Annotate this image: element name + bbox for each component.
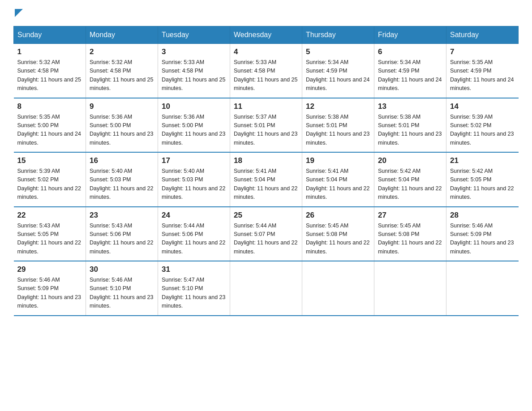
day-number: 5 [306,47,370,56]
day-number: 9 [90,102,154,111]
day-number: 2 [90,47,154,56]
calendar-cell [230,261,302,316]
day-info: Sunrise: 5:46 AMSunset: 5:09 PMDaylight:… [17,277,81,309]
weekday-header-friday: Friday [374,26,446,44]
day-info: Sunrise: 5:46 AMSunset: 5:10 PMDaylight:… [90,277,153,309]
calendar-cell: 7 Sunrise: 5:35 AMSunset: 4:59 PMDayligh… [446,44,519,98]
day-number: 26 [306,211,370,220]
week-row-4: 22 Sunrise: 5:43 AMSunset: 5:05 PMDaylig… [14,207,519,261]
weekday-header-sunday: Sunday [14,26,86,44]
day-info: Sunrise: 5:43 AMSunset: 5:05 PMDaylight:… [17,223,81,255]
day-info: Sunrise: 5:35 AMSunset: 4:59 PMDaylight:… [450,59,514,91]
day-info: Sunrise: 5:32 AMSunset: 4:58 PMDaylight:… [90,59,153,91]
day-info: Sunrise: 5:44 AMSunset: 5:06 PMDaylight:… [162,223,225,255]
calendar-cell: 2 Sunrise: 5:32 AMSunset: 4:58 PMDayligh… [86,44,158,98]
day-number: 31 [162,265,226,274]
calendar-cell: 29 Sunrise: 5:46 AMSunset: 5:09 PMDaylig… [14,261,86,316]
day-info: Sunrise: 5:34 AMSunset: 4:59 PMDaylight:… [378,59,442,91]
day-number: 4 [234,47,298,56]
day-info: Sunrise: 5:40 AMSunset: 5:03 PMDaylight:… [90,168,153,200]
calendar-cell: 31 Sunrise: 5:47 AMSunset: 5:10 PMDaylig… [158,261,230,316]
day-number: 14 [450,102,515,111]
calendar-cell: 10 Sunrise: 5:36 AMSunset: 5:00 PMDaylig… [158,98,230,153]
day-number: 28 [450,211,515,220]
calendar-cell: 12 Sunrise: 5:38 AMSunset: 5:01 PMDaylig… [302,98,374,153]
calendar-cell: 17 Sunrise: 5:40 AMSunset: 5:03 PMDaylig… [158,152,230,207]
day-number: 17 [162,156,226,165]
day-info: Sunrise: 5:34 AMSunset: 4:59 PMDaylight:… [306,59,369,91]
weekday-header-thursday: Thursday [302,26,374,44]
day-number: 6 [378,47,442,56]
day-info: Sunrise: 5:42 AMSunset: 5:05 PMDaylight:… [450,168,514,200]
day-info: Sunrise: 5:33 AMSunset: 4:58 PMDaylight:… [234,59,297,91]
day-info: Sunrise: 5:41 AMSunset: 5:04 PMDaylight:… [306,168,369,200]
day-number: 16 [90,156,154,165]
day-number: 8 [17,102,82,111]
day-info: Sunrise: 5:45 AMSunset: 5:08 PMDaylight:… [306,223,369,255]
calendar-cell: 27 Sunrise: 5:45 AMSunset: 5:08 PMDaylig… [374,207,446,261]
week-row-2: 8 Sunrise: 5:35 AMSunset: 5:00 PMDayligh… [14,98,519,153]
calendar-cell: 16 Sunrise: 5:40 AMSunset: 5:03 PMDaylig… [86,152,158,207]
day-info: Sunrise: 5:38 AMSunset: 5:01 PMDaylight:… [306,114,369,146]
day-info: Sunrise: 5:40 AMSunset: 5:03 PMDaylight:… [162,168,225,200]
day-number: 30 [90,265,154,274]
header [13,9,519,17]
calendar-cell: 5 Sunrise: 5:34 AMSunset: 4:59 PMDayligh… [302,44,374,98]
calendar-cell: 20 Sunrise: 5:42 AMSunset: 5:04 PMDaylig… [374,152,446,207]
day-info: Sunrise: 5:38 AMSunset: 5:01 PMDaylight:… [378,114,442,146]
calendar-cell: 30 Sunrise: 5:46 AMSunset: 5:10 PMDaylig… [86,261,158,316]
calendar-cell: 21 Sunrise: 5:42 AMSunset: 5:05 PMDaylig… [446,152,519,207]
day-info: Sunrise: 5:43 AMSunset: 5:06 PMDaylight:… [90,223,153,255]
calendar-cell: 6 Sunrise: 5:34 AMSunset: 4:59 PMDayligh… [374,44,446,98]
week-row-5: 29 Sunrise: 5:46 AMSunset: 5:09 PMDaylig… [14,261,519,316]
day-info: Sunrise: 5:39 AMSunset: 5:02 PMDaylight:… [450,114,514,146]
calendar-cell: 22 Sunrise: 5:43 AMSunset: 5:05 PMDaylig… [14,207,86,261]
weekday-header-monday: Monday [86,26,158,44]
calendar-cell: 14 Sunrise: 5:39 AMSunset: 5:02 PMDaylig… [446,98,519,153]
calendar-cell: 15 Sunrise: 5:39 AMSunset: 5:02 PMDaylig… [14,152,86,207]
day-info: Sunrise: 5:45 AMSunset: 5:08 PMDaylight:… [378,223,442,255]
day-number: 11 [234,102,298,111]
calendar-cell: 9 Sunrise: 5:36 AMSunset: 5:00 PMDayligh… [86,98,158,153]
calendar-cell: 26 Sunrise: 5:45 AMSunset: 5:08 PMDaylig… [302,207,374,261]
day-info: Sunrise: 5:46 AMSunset: 5:09 PMDaylight:… [450,223,514,255]
day-number: 15 [17,156,82,165]
calendar-cell [374,261,446,316]
day-info: Sunrise: 5:36 AMSunset: 5:00 PMDaylight:… [90,114,153,146]
day-number: 12 [306,102,370,111]
day-info: Sunrise: 5:41 AMSunset: 5:04 PMDaylight:… [234,168,297,200]
day-number: 24 [162,211,226,220]
calendar-cell: 18 Sunrise: 5:41 AMSunset: 5:04 PMDaylig… [230,152,302,207]
day-number: 29 [17,265,82,274]
weekday-header-wednesday: Wednesday [230,26,302,44]
day-number: 13 [378,102,442,111]
weekday-header-saturday: Saturday [446,26,519,44]
day-info: Sunrise: 5:39 AMSunset: 5:02 PMDaylight:… [17,168,81,200]
day-number: 27 [378,211,442,220]
day-info: Sunrise: 5:47 AMSunset: 5:10 PMDaylight:… [162,277,225,309]
calendar-cell [302,261,374,316]
calendar-cell: 13 Sunrise: 5:38 AMSunset: 5:01 PMDaylig… [374,98,446,153]
day-number: 21 [450,156,515,165]
calendar-table: SundayMondayTuesdayWednesdayThursdayFrid… [13,26,519,316]
calendar-cell: 24 Sunrise: 5:44 AMSunset: 5:06 PMDaylig… [158,207,230,261]
day-info: Sunrise: 5:44 AMSunset: 5:07 PMDaylight:… [234,223,297,255]
calendar-cell: 28 Sunrise: 5:46 AMSunset: 5:09 PMDaylig… [446,207,519,261]
day-info: Sunrise: 5:36 AMSunset: 5:00 PMDaylight:… [162,114,225,146]
day-number: 10 [162,102,226,111]
weekday-header-row: SundayMondayTuesdayWednesdayThursdayFrid… [14,26,519,44]
day-info: Sunrise: 5:32 AMSunset: 4:58 PMDaylight:… [17,59,81,91]
day-number: 23 [90,211,154,220]
calendar-cell: 3 Sunrise: 5:33 AMSunset: 4:58 PMDayligh… [158,44,230,98]
calendar-cell: 8 Sunrise: 5:35 AMSunset: 5:00 PMDayligh… [14,98,86,153]
week-row-1: 1 Sunrise: 5:32 AMSunset: 4:58 PMDayligh… [14,44,519,98]
day-number: 7 [450,47,515,56]
day-number: 19 [306,156,370,165]
calendar-cell: 23 Sunrise: 5:43 AMSunset: 5:06 PMDaylig… [86,207,158,261]
calendar-cell: 1 Sunrise: 5:32 AMSunset: 4:58 PMDayligh… [14,44,86,98]
weekday-header-tuesday: Tuesday [158,26,230,44]
day-number: 22 [17,211,82,220]
calendar-cell: 4 Sunrise: 5:33 AMSunset: 4:58 PMDayligh… [230,44,302,98]
day-number: 25 [234,211,298,220]
day-info: Sunrise: 5:33 AMSunset: 4:58 PMDaylight:… [162,59,225,91]
